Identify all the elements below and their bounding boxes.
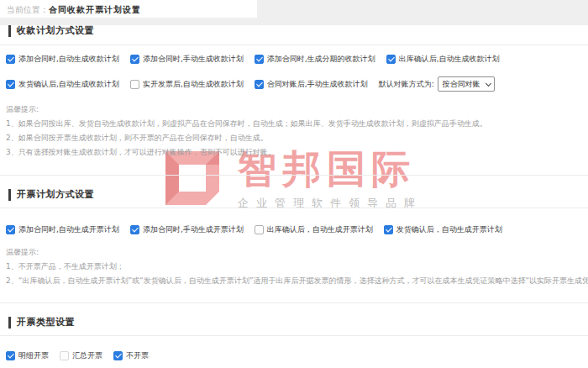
checkbox-box[interactable] [6, 225, 15, 234]
checkbox-box[interactable] [6, 55, 15, 64]
checkbox-box[interactable] [130, 55, 139, 64]
checkbox-box[interactable] [255, 225, 264, 234]
checkbox-label: 出库确认后,自动生成收款计划 [399, 54, 500, 65]
checkbox-outbound-auto-collection[interactable]: 出库确认后,自动生成收款计划 [386, 54, 500, 65]
checkbox-contract-manual-invoicing[interactable]: 添加合同时,手动生成开票计划 [130, 224, 244, 235]
reconcile-mode-label: 默认对账方式为: [379, 79, 434, 90]
checkbox-delivery-auto-invoicing[interactable]: 发货确认后，自动生成开票计划 [384, 224, 502, 235]
divider [0, 302, 588, 303]
checkbox-no-invoicing[interactable]: 不开票 [113, 350, 149, 361]
tip-line: 3、只有选择按对账生成收款计划，才可以进行对账操作，否则不可以进行对账。 [6, 145, 588, 160]
checkbox-label: 添加合同时,生成分期的收款计划 [267, 54, 375, 65]
checkbox-label: 添加合同时,手动生成开票计划 [143, 224, 244, 235]
tip-line: 1、不开票产品，不生成开票计划； [6, 260, 588, 274]
tip-line: 2、“出库确认后，自动生成开票计划”或“发货确认后，自动生成开票计划”适用于出库… [6, 274, 588, 288]
checkbox-box[interactable] [6, 80, 15, 89]
checkbox-box[interactable] [386, 55, 396, 64]
invoicing-plan-tips: 温馨提示: 1、不开票产品，不生成开票计划； 2、“出库确认后，自动生成开票计划… [6, 245, 588, 288]
reconcile-mode-value: 按合同对账 [443, 79, 480, 90]
checkbox-box[interactable] [60, 351, 69, 360]
checkbox-label: 明细开票 [18, 350, 49, 361]
checkbox-label: 添加合同时,手动生成收款计划 [143, 54, 244, 65]
checkbox-contract-auto-invoicing[interactable]: 添加合同时,自动生成开票计划 [6, 224, 119, 235]
checkbox-box[interactable] [384, 225, 393, 234]
tip-line: 1、如果合同按出库、发货自动生成收款计划，则虚拟产品在合同保存时，自动生成；如果… [6, 117, 588, 131]
tips-title: 温馨提示: [6, 103, 588, 117]
content-panel: 智邦国际 企业管理软件领导品牌 收款计划方式设置 添加合同时,自动生成收款计划 … [0, 25, 588, 368]
divider [0, 208, 588, 208]
tips-title: 温馨提示: [6, 245, 588, 260]
collection-plan-row-2: 发货确认后,自动生成收款计划 实开发票后,自动生成收款计划 合同对账后,手动生成… [6, 76, 588, 92]
checkbox-label: 出库确认后，自动生成开票计划 [267, 224, 373, 235]
checkbox-label: 添加合同时,自动生成开票计划 [18, 224, 119, 235]
chevron-down-icon [486, 81, 491, 87]
checkbox-contract-auto-collection[interactable]: 添加合同时,自动生成收款计划 [6, 54, 119, 65]
page-title: 合同收款开票计划设置 [49, 5, 141, 14]
divider [0, 45, 588, 45]
collection-plan-tips: 温馨提示: 1、如果合同按出库、发货自动生成收款计划，则虚拟产品在合同保存时，自… [6, 103, 588, 160]
checkbox-box[interactable] [130, 80, 139, 89]
checkbox-label: 添加合同时,自动生成收款计划 [18, 54, 119, 65]
checkbox-detail-invoicing[interactable]: 明细开票 [6, 350, 49, 361]
section-title-collection-plan: 收款计划方式设置 [8, 25, 588, 37]
section-title-invoicing-type: 开票类型设置 [8, 317, 588, 329]
checkbox-box[interactable] [130, 225, 139, 234]
reconcile-mode-select[interactable]: 按合同对账 [438, 76, 495, 92]
checkbox-contract-manual-collection[interactable]: 添加合同时,手动生成收款计划 [130, 54, 244, 65]
default-reconcile-mode: 默认对账方式为: 按合同对账 [379, 76, 495, 92]
checkbox-label: 不开票 [126, 350, 149, 361]
checkbox-label: 汇总开票 [72, 350, 102, 361]
divider [0, 175, 588, 176]
breadcrumb: 当前位置：合同收款开票计划设置 [0, 0, 257, 18]
breadcrumb-label: 当前位置： [7, 5, 49, 14]
checkbox-outbound-auto-invoicing[interactable]: 出库确认后，自动生成开票计划 [255, 224, 373, 235]
checkbox-summary-invoicing[interactable]: 汇总开票 [60, 350, 102, 361]
checkbox-invoice-auto-collection[interactable]: 实开发票后,自动生成收款计划 [130, 79, 244, 90]
checkbox-delivery-auto-collection[interactable]: 发货确认后,自动生成收款计划 [6, 79, 119, 90]
tip-line: 2、如果合同按开票生成收款计划，则不开票的产品在合同保存时，自动生成。 [6, 131, 588, 145]
section-title-invoicing-plan: 开票计划方式设置 [8, 189, 588, 201]
checkbox-box[interactable] [113, 351, 123, 360]
checkbox-contract-installment-collection[interactable]: 添加合同时,生成分期的收款计划 [255, 54, 375, 65]
checkbox-box[interactable] [255, 80, 264, 89]
invoicing-type-row: 明细开票 汇总开票 不开票 [6, 350, 588, 361]
checkbox-box[interactable] [6, 351, 15, 360]
invoicing-plan-row: 添加合同时,自动生成开票计划 添加合同时,手动生成开票计划 出库确认后，自动生成… [6, 224, 588, 235]
checkbox-box[interactable] [255, 55, 264, 64]
checkbox-reconcile-manual-collection[interactable]: 合同对账后,手动生成收款计划 [255, 79, 368, 90]
divider [0, 335, 588, 336]
checkbox-label: 实开发票后,自动生成收款计划 [143, 79, 244, 90]
collection-plan-row-1: 添加合同时,自动生成收款计划 添加合同时,手动生成收款计划 添加合同时,生成分期… [6, 54, 588, 65]
checkbox-label: 发货确认后,自动生成收款计划 [18, 79, 119, 90]
checkbox-label: 发货确认后，自动生成开票计划 [396, 224, 502, 235]
checkbox-label: 合同对账后,手动生成收款计划 [267, 79, 368, 90]
